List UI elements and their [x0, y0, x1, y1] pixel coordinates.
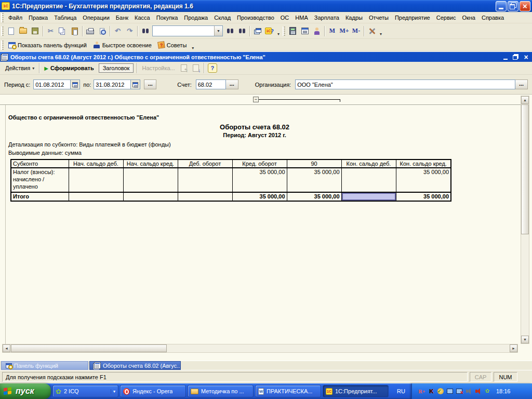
- menu-kassa[interactable]: Касса: [131, 13, 153, 22]
- period-from-calendar-button[interactable]: [71, 79, 80, 89]
- toolbar-more-button[interactable]: ▾: [378, 26, 384, 36]
- horizontal-scrollbar[interactable]: ◄ ►: [2, 344, 518, 353]
- col-header-begin-credit[interactable]: Нач. сальдо кред.: [123, 159, 178, 168]
- cell-credit-turnover[interactable]: 35 000,00: [232, 168, 287, 192]
- print-preview-button[interactable]: [96, 25, 108, 37]
- cell-begin-credit[interactable]: [123, 168, 178, 192]
- combobox-dropdown-button[interactable]: ▼: [214, 26, 222, 36]
- account-choose-button[interactable]: ...: [226, 79, 238, 89]
- settings-button[interactable]: Настройка...: [139, 64, 178, 72]
- menu-help[interactable]: Справка: [478, 13, 507, 22]
- menu-table[interactable]: Таблица: [51, 13, 79, 22]
- cell-end-debit[interactable]: [341, 168, 396, 192]
- new-document-button[interactable]: [5, 25, 17, 37]
- tab-function-panel[interactable]: Панель функций: [1, 361, 88, 370]
- taskbar-button-folder[interactable]: Методичка по ...: [188, 385, 254, 397]
- memory-add-button[interactable]: M+: [338, 25, 350, 37]
- user-monitor-button[interactable]: [311, 25, 323, 37]
- main-titlebar[interactable]: 1С 1С:Предприятие - Бухгалтерия предприя…: [0, 0, 532, 12]
- cell-total-label[interactable]: Итого: [11, 192, 69, 201]
- taskbar-button-word[interactable]: W ПРАКТИЧЕСКА...: [255, 385, 321, 397]
- header-toggle-button[interactable]: Заголовок: [99, 63, 134, 73]
- calendar-button[interactable]: [299, 25, 311, 37]
- find-button[interactable]: [139, 25, 151, 37]
- memory-recall-button[interactable]: M: [326, 25, 338, 37]
- speaker-icon[interactable]: [475, 390, 477, 393]
- toolbar-grip[interactable]: [1, 41, 4, 50]
- menu-operations[interactable]: Операции: [79, 13, 112, 22]
- menu-warehouse[interactable]: Склад: [211, 13, 234, 22]
- show-function-panel-button[interactable]: Показать панель функций: [5, 41, 90, 49]
- selected-cell-total-end-debit[interactable]: [341, 192, 396, 201]
- cell-end-credit[interactable]: 35 000,00: [396, 168, 451, 192]
- cell-total-debit-turnover[interactable]: [178, 192, 232, 201]
- menu-hr[interactable]: Кадры: [342, 13, 366, 22]
- col-header-begin-debit[interactable]: Нач. сальдо деб.: [69, 159, 123, 168]
- collapse-icon[interactable]: −: [253, 97, 259, 102]
- organization-choose-button[interactable]: ...: [515, 79, 528, 89]
- account-input[interactable]: [196, 79, 226, 89]
- undo-button[interactable]: ↶: [112, 25, 124, 37]
- menu-bank[interactable]: Банк: [113, 13, 131, 22]
- doc-restore-button[interactable]: [511, 53, 520, 61]
- doc-close-button[interactable]: [522, 53, 530, 61]
- menu-windows[interactable]: Окна: [459, 13, 478, 22]
- find-next-button[interactable]: [224, 25, 236, 37]
- period-from-input[interactable]: [33, 79, 71, 89]
- menu-nma[interactable]: НМА: [292, 13, 311, 22]
- period-to-calendar-button[interactable]: [131, 79, 140, 89]
- scroll-right-button[interactable]: ►: [510, 344, 517, 352]
- taskbar-button-opera[interactable]: Яндекс - Opera: [120, 385, 186, 397]
- col-header-debit-turnover[interactable]: Деб. оборот: [178, 159, 232, 168]
- volume-icon[interactable]: [466, 390, 468, 393]
- toolbar-grip[interactable]: [1, 13, 4, 22]
- actions-button[interactable]: Действия ▾: [2, 64, 37, 72]
- save-button[interactable]: [29, 25, 41, 37]
- cell-90[interactable]: 35 000,00: [287, 168, 341, 192]
- paste-button[interactable]: [69, 25, 81, 37]
- 1c-help-button[interactable]: 1С ?: [263, 25, 275, 37]
- scroll-up-button[interactable]: ▲: [521, 96, 529, 104]
- find-prev-button[interactable]: [236, 25, 248, 37]
- help-button[interactable]: ?: [208, 63, 217, 73]
- redo-button[interactable]: ↷: [124, 25, 136, 37]
- menu-reports[interactable]: Отчеты: [366, 13, 392, 22]
- horizontal-scroll-thumb[interactable]: [11, 344, 167, 352]
- open-button[interactable]: [17, 25, 29, 37]
- cell-total-90[interactable]: 35 000,00: [287, 192, 341, 201]
- col-header-end-debit[interactable]: Кон. сальдо деб.: [341, 159, 396, 168]
- toolbar-more-button[interactable]: ▾: [275, 26, 282, 36]
- generate-button[interactable]: ▶ Сформировать: [41, 64, 97, 72]
- menu-file[interactable]: Файл: [5, 13, 25, 22]
- chevron-down-icon[interactable]: ▾: [111, 389, 115, 394]
- menu-edit[interactable]: Правка: [25, 13, 51, 22]
- scroll-left-button[interactable]: ◄: [3, 344, 10, 352]
- tools-button[interactable]: [366, 25, 378, 37]
- cell-total-end-credit[interactable]: 35 000,00: [396, 192, 451, 201]
- search-combobox[interactable]: ▼: [152, 25, 223, 36]
- kaspersky-icon[interactable]: [428, 388, 435, 395]
- quick-learn-button[interactable]: Быстрое освоение: [90, 41, 155, 49]
- cut-button[interactable]: ✂: [45, 25, 57, 37]
- cell-subkonto[interactable]: Налог (взносы): начислено / уплачено: [11, 168, 69, 192]
- col-header-end-credit[interactable]: Кон. сальдо кред.: [396, 159, 451, 168]
- restore-button[interactable]: [508, 1, 518, 11]
- calculator-button[interactable]: [287, 25, 299, 37]
- menu-service[interactable]: Сервис: [433, 13, 459, 22]
- tips-button[interactable]: ? Советы: [155, 41, 190, 49]
- taskbar-button-icq[interactable]: 2 ICQ ▾: [52, 385, 118, 397]
- language-indicator[interactable]: RU: [394, 387, 408, 395]
- menu-os[interactable]: ОС: [277, 13, 292, 22]
- save-settings-button[interactable]: [190, 62, 202, 74]
- scroll-down-button[interactable]: ▼: [521, 336, 529, 343]
- start-button[interactable]: пуск: [0, 383, 51, 399]
- toolbar-more-button[interactable]: ▾: [190, 40, 196, 50]
- network-error-icon[interactable]: [456, 389, 462, 394]
- tab-report-turnover[interactable]: Обороты счета 68.02 (Авгус...: [89, 361, 181, 370]
- toolbar-grip[interactable]: [283, 26, 285, 36]
- col-header-90[interactable]: 90: [287, 159, 341, 168]
- group-collapse-control[interactable]: −: [253, 97, 340, 102]
- cell-debit-turnover[interactable]: [178, 168, 232, 192]
- monitor-icon[interactable]: [447, 389, 453, 394]
- vertical-scroll-thumb[interactable]: [521, 104, 529, 234]
